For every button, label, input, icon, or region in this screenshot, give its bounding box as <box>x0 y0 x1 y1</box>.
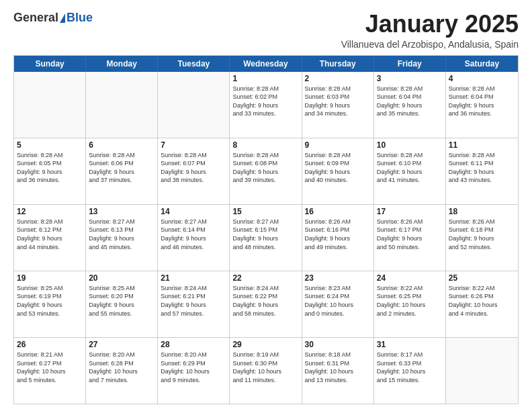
day-number: 20 <box>89 273 154 283</box>
day-cell-3: 3Sunrise: 8:28 AM Sunset: 6:04 PM Daylig… <box>374 72 446 138</box>
day-cell-11: 11Sunrise: 8:28 AM Sunset: 6:11 PM Dayli… <box>446 138 518 204</box>
day-number: 17 <box>377 207 443 216</box>
day-number: 2 <box>305 74 371 83</box>
calendar: SundayMondayTuesdayWednesdayThursdayFrid… <box>13 55 519 404</box>
day-cell-8: 8Sunrise: 8:28 AM Sunset: 6:08 PM Daylig… <box>230 138 302 204</box>
title-section: January 2025 Villanueva del Arzobispo, A… <box>341 11 519 50</box>
day-info: Sunrise: 8:17 AM Sunset: 6:33 PM Dayligh… <box>377 351 443 384</box>
day-number: 21 <box>161 273 226 283</box>
day-info: Sunrise: 8:23 AM Sunset: 6:24 PM Dayligh… <box>305 284 371 318</box>
day-cell-9: 9Sunrise: 8:28 AM Sunset: 6:09 PM Daylig… <box>302 138 374 204</box>
day-number: 3 <box>377 74 443 83</box>
day-number: 6 <box>89 140 154 150</box>
day-info: Sunrise: 8:25 AM Sunset: 6:19 PM Dayligh… <box>17 284 83 318</box>
day-cell-18: 18Sunrise: 8:26 AM Sunset: 6:18 PM Dayli… <box>446 205 518 271</box>
day-number: 26 <box>17 340 83 349</box>
day-info: Sunrise: 8:28 AM Sunset: 6:03 PM Dayligh… <box>305 85 371 118</box>
day-info: Sunrise: 8:28 AM Sunset: 6:04 PM Dayligh… <box>377 85 443 118</box>
day-cell-empty-0-2 <box>158 72 230 138</box>
calendar-header: SundayMondayTuesdayWednesdayThursdayFrid… <box>14 56 518 72</box>
header-day-friday: Friday <box>374 56 446 72</box>
header-day-monday: Monday <box>86 56 158 72</box>
day-number: 19 <box>17 273 83 283</box>
day-number: 28 <box>161 340 226 349</box>
day-cell-15: 15Sunrise: 8:27 AM Sunset: 6:15 PM Dayli… <box>230 205 302 271</box>
day-number: 24 <box>377 273 443 283</box>
day-cell-31: 31Sunrise: 8:17 AM Sunset: 6:33 PM Dayli… <box>374 338 446 404</box>
week-row-2: 5Sunrise: 8:28 AM Sunset: 6:05 PM Daylig… <box>14 138 518 204</box>
day-number: 9 <box>305 140 371 150</box>
day-number: 14 <box>161 207 226 216</box>
day-number: 16 <box>305 207 371 216</box>
day-number: 10 <box>377 140 443 150</box>
day-info: Sunrise: 8:24 AM Sunset: 6:22 PM Dayligh… <box>232 284 298 318</box>
day-cell-28: 28Sunrise: 8:20 AM Sunset: 6:29 PM Dayli… <box>158 338 230 404</box>
day-number: 11 <box>449 140 515 150</box>
day-cell-30: 30Sunrise: 8:18 AM Sunset: 6:31 PM Dayli… <box>302 338 374 404</box>
logo-blue-text: Blue <box>66 11 93 25</box>
day-number: 8 <box>232 140 298 150</box>
day-cell-4: 4Sunrise: 8:28 AM Sunset: 6:04 PM Daylig… <box>446 72 518 138</box>
day-info: Sunrise: 8:26 AM Sunset: 6:18 PM Dayligh… <box>449 218 515 251</box>
day-number: 7 <box>161 140 226 150</box>
day-info: Sunrise: 8:28 AM Sunset: 6:10 PM Dayligh… <box>377 151 443 185</box>
day-number: 12 <box>17 207 83 216</box>
day-cell-1: 1Sunrise: 8:28 AM Sunset: 6:02 PM Daylig… <box>230 72 302 138</box>
day-cell-2: 2Sunrise: 8:28 AM Sunset: 6:03 PM Daylig… <box>302 72 374 138</box>
day-number: 31 <box>377 340 443 349</box>
calendar-body: 1Sunrise: 8:28 AM Sunset: 6:02 PM Daylig… <box>14 72 518 404</box>
day-cell-20: 20Sunrise: 8:25 AM Sunset: 6:20 PM Dayli… <box>86 271 158 337</box>
header-day-sunday: Sunday <box>14 56 86 72</box>
day-info: Sunrise: 8:28 AM Sunset: 6:02 PM Dayligh… <box>232 85 298 118</box>
day-info: Sunrise: 8:24 AM Sunset: 6:21 PM Dayligh… <box>161 284 226 318</box>
day-number: 22 <box>232 273 298 283</box>
day-info: Sunrise: 8:20 AM Sunset: 6:29 PM Dayligh… <box>161 351 226 384</box>
header-day-thursday: Thursday <box>302 56 374 72</box>
day-info: Sunrise: 8:28 AM Sunset: 6:04 PM Dayligh… <box>449 85 515 118</box>
day-cell-empty-0-0 <box>14 72 86 138</box>
day-cell-23: 23Sunrise: 8:23 AM Sunset: 6:24 PM Dayli… <box>302 271 374 337</box>
day-number: 30 <box>305 340 371 349</box>
day-cell-29: 29Sunrise: 8:19 AM Sunset: 6:30 PM Dayli… <box>230 338 302 404</box>
week-row-5: 26Sunrise: 8:21 AM Sunset: 6:27 PM Dayli… <box>14 337 518 404</box>
day-number: 25 <box>449 273 515 283</box>
day-cell-empty-0-1 <box>86 72 158 138</box>
day-info: Sunrise: 8:26 AM Sunset: 6:16 PM Dayligh… <box>305 218 371 251</box>
day-cell-empty-4-6 <box>446 338 518 404</box>
header: General Blue January 2025 Villanueva del… <box>13 11 519 50</box>
day-cell-22: 22Sunrise: 8:24 AM Sunset: 6:22 PM Dayli… <box>230 271 302 337</box>
day-info: Sunrise: 8:25 AM Sunset: 6:20 PM Dayligh… <box>89 284 154 318</box>
day-info: Sunrise: 8:22 AM Sunset: 6:26 PM Dayligh… <box>449 284 515 318</box>
day-number: 29 <box>232 340 298 349</box>
day-number: 23 <box>305 273 371 283</box>
day-info: Sunrise: 8:27 AM Sunset: 6:13 PM Dayligh… <box>89 218 154 251</box>
day-cell-12: 12Sunrise: 8:28 AM Sunset: 6:12 PM Dayli… <box>14 205 86 271</box>
logo-triangle-icon <box>60 13 65 23</box>
day-cell-17: 17Sunrise: 8:26 AM Sunset: 6:17 PM Dayli… <box>374 205 446 271</box>
logo: General Blue <box>13 11 93 25</box>
day-info: Sunrise: 8:20 AM Sunset: 6:28 PM Dayligh… <box>89 351 154 384</box>
day-cell-7: 7Sunrise: 8:28 AM Sunset: 6:07 PM Daylig… <box>158 138 230 204</box>
day-cell-21: 21Sunrise: 8:24 AM Sunset: 6:21 PM Dayli… <box>158 271 230 337</box>
day-number: 1 <box>232 74 298 83</box>
day-number: 4 <box>449 74 515 83</box>
day-cell-5: 5Sunrise: 8:28 AM Sunset: 6:05 PM Daylig… <box>14 138 86 204</box>
day-number: 5 <box>17 140 83 150</box>
day-info: Sunrise: 8:19 AM Sunset: 6:30 PM Dayligh… <box>232 351 298 384</box>
day-number: 18 <box>449 207 515 216</box>
day-cell-26: 26Sunrise: 8:21 AM Sunset: 6:27 PM Dayli… <box>14 338 86 404</box>
day-info: Sunrise: 8:26 AM Sunset: 6:17 PM Dayligh… <box>377 218 443 251</box>
day-info: Sunrise: 8:18 AM Sunset: 6:31 PM Dayligh… <box>305 351 371 384</box>
day-cell-16: 16Sunrise: 8:26 AM Sunset: 6:16 PM Dayli… <box>302 205 374 271</box>
location-title: Villanueva del Arzobispo, Andalusia, Spa… <box>341 39 519 50</box>
header-day-wednesday: Wednesday <box>230 56 302 72</box>
day-info: Sunrise: 8:28 AM Sunset: 6:07 PM Dayligh… <box>161 151 226 185</box>
day-info: Sunrise: 8:28 AM Sunset: 6:12 PM Dayligh… <box>17 218 83 251</box>
day-cell-19: 19Sunrise: 8:25 AM Sunset: 6:19 PM Dayli… <box>14 271 86 337</box>
logo-general-text: General <box>13 11 58 25</box>
day-info: Sunrise: 8:28 AM Sunset: 6:05 PM Dayligh… <box>17 151 83 185</box>
day-info: Sunrise: 8:28 AM Sunset: 6:06 PM Dayligh… <box>89 151 154 185</box>
day-info: Sunrise: 8:27 AM Sunset: 6:14 PM Dayligh… <box>161 218 226 251</box>
week-row-3: 12Sunrise: 8:28 AM Sunset: 6:12 PM Dayli… <box>14 204 518 271</box>
day-info: Sunrise: 8:21 AM Sunset: 6:27 PM Dayligh… <box>17 351 83 384</box>
